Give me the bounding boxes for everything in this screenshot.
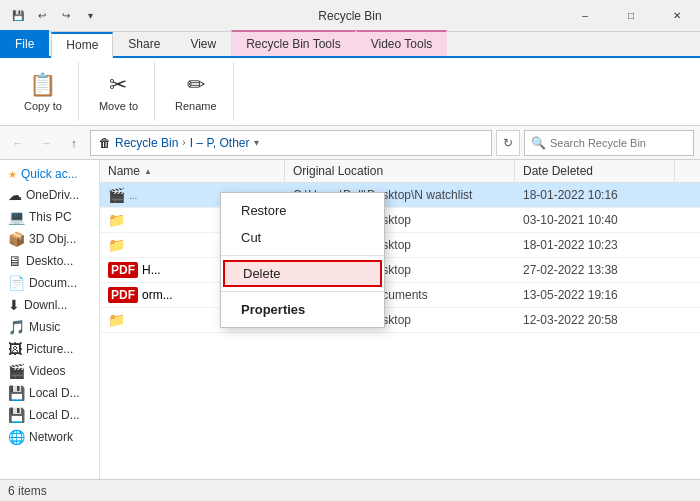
context-menu-cut[interactable]: Cut [221, 224, 384, 251]
table-row[interactable]: 📁 C:\Users\Dell\Desktop 03-10-2021 10:40 [100, 208, 700, 233]
back-button[interactable]: ← [6, 131, 30, 155]
sidebar-item-music[interactable]: 🎵 Music [0, 316, 99, 338]
minimize-button[interactable]: – [562, 0, 608, 32]
move-to-icon: ✂ [109, 72, 127, 98]
sidebar-item-thispc-label: This PC [29, 210, 72, 224]
menu-separator-2 [221, 291, 384, 292]
sidebar-item-3dobj[interactable]: 📦 3D Obj... [0, 228, 99, 250]
forward-button[interactable]: → [34, 131, 58, 155]
sidebar-item-music-label: Music [29, 320, 60, 334]
redo-qat-button[interactable]: ↪ [56, 6, 76, 26]
sort-arrow-icon: ▲ [144, 167, 152, 176]
file-date-deleted-cell: 03-10-2021 10:40 [515, 209, 675, 231]
table-row[interactable]: 📁 C:\Users\Dell\Desktop 18-01-2022 10:23 [100, 233, 700, 258]
file-list: Name ▲ Original Location Date Deleted 🎬 … [100, 160, 700, 479]
sidebar-item-videos[interactable]: 🎬 Videos [0, 360, 99, 382]
downloads-icon: ⬇ [8, 297, 20, 313]
close-button[interactable]: ✕ [654, 0, 700, 32]
star-icon: ★ [8, 169, 17, 180]
rename-icon: ✏ [187, 72, 205, 98]
column-header-original-location[interactable]: Original Location [285, 160, 515, 182]
properties-label: Properties [241, 302, 305, 317]
sidebar-item-videos-label: Videos [29, 364, 65, 378]
search-box[interactable]: 🔍 [524, 130, 694, 156]
file-date-deleted-cell: 12-03-2022 20:58 [515, 309, 675, 331]
file-icon-pdf: PDF [108, 262, 138, 278]
sidebar-item-network-label: Network [29, 430, 73, 444]
desktop-icon: 🖥 [8, 253, 22, 269]
sidebar-item-thispc[interactable]: 💻 This PC [0, 206, 99, 228]
sidebar-item-downloads[interactable]: ⬇ Downl... [0, 294, 99, 316]
ribbon-section-new: ✏ Rename [159, 62, 234, 121]
sidebar-item-3dobj-label: 3D Obj... [29, 232, 76, 246]
table-row[interactable]: PDF H... C:\Users\Dell\Desktop 27-02-202… [100, 258, 700, 283]
path-part-recycle-bin[interactable]: Recycle Bin [115, 136, 178, 150]
tab-video-tools[interactable]: Video Tools [356, 30, 448, 56]
quick-access-header[interactable]: ★ Quick ac... [0, 164, 99, 184]
sidebar-item-desktop[interactable]: 🖥 Deskto... [0, 250, 99, 272]
table-row[interactable]: 📁 C:\Users\Dell\Desktop 12-03-2022 20:58 [100, 308, 700, 333]
network-icon: 🌐 [8, 429, 25, 445]
refresh-button[interactable]: ↻ [496, 130, 520, 156]
videos-icon: 🎬 [8, 363, 25, 379]
context-menu-delete[interactable]: Delete [223, 260, 382, 287]
ribbon-tabs: File Home Share View Recycle Bin Tools V… [0, 32, 700, 58]
sidebar-item-network[interactable]: 🌐 Network [0, 426, 99, 448]
customize-qat-button[interactable]: ▾ [80, 6, 100, 26]
undo-qat-button[interactable]: ↩ [32, 6, 52, 26]
search-input[interactable] [550, 137, 687, 149]
rename-button[interactable]: ✏ Rename [167, 68, 225, 116]
sidebar-item-downloads-label: Downl... [24, 298, 67, 312]
sidebar-item-onedrive[interactable]: ☁ OneDriv... [0, 184, 99, 206]
sidebar-item-documents[interactable]: 📄 Docum... [0, 272, 99, 294]
file-icon-folder: 📁 [108, 212, 125, 228]
thispc-icon: 💻 [8, 209, 25, 225]
address-bar: ← → ↑ 🗑 Recycle Bin › I – P, Other ▾ ↻ 🔍 [0, 126, 700, 160]
column-header-name[interactable]: Name ▲ [100, 160, 285, 182]
sidebar-item-localdisk2[interactable]: 💾 Local D... [0, 404, 99, 426]
sidebar-item-pictures[interactable]: 🖼 Picture... [0, 338, 99, 360]
tab-home[interactable]: Home [51, 32, 113, 58]
status-item-count: 6 items [8, 484, 47, 498]
tab-view[interactable]: View [175, 30, 231, 56]
up-button[interactable]: ↑ [62, 131, 86, 155]
pictures-icon: 🖼 [8, 341, 22, 357]
recycle-bin-icon: 🗑 [99, 136, 111, 150]
file-list-header: Name ▲ Original Location Date Deleted [100, 160, 700, 183]
sidebar-item-localdisk1[interactable]: 💾 Local D... [0, 382, 99, 404]
sidebar-item-desktop-label: Deskto... [26, 254, 73, 268]
copy-to-icon: 📋 [29, 72, 56, 98]
context-menu: Restore Cut Delete Properties [220, 192, 385, 328]
menu-separator [221, 255, 384, 256]
tab-file[interactable]: File [0, 30, 49, 56]
table-row[interactable]: 🎬 ... C:\Users\Dell\Desktop\N watchlist … [100, 183, 700, 208]
sidebar: ★ Quick ac... ☁ OneDriv... 💻 This PC 📦 3… [0, 160, 100, 479]
address-path[interactable]: 🗑 Recycle Bin › I – P, Other ▾ [90, 130, 492, 156]
path-part-current[interactable]: I – P, Other [190, 136, 250, 150]
localdisk1-icon: 💾 [8, 385, 25, 401]
ribbon-toolbar: 📋 Copy to ✂ Move to ✏ Rename [0, 58, 700, 126]
cut-label: Cut [241, 230, 261, 245]
column-header-date-deleted[interactable]: Date Deleted [515, 160, 675, 182]
copy-to-button[interactable]: 📋 Copy to [16, 68, 70, 116]
tab-recycle-bin-tools[interactable]: Recycle Bin Tools [231, 30, 356, 56]
quick-access-label: Quick ac... [21, 167, 78, 181]
context-menu-properties[interactable]: Properties [221, 296, 384, 323]
move-to-button[interactable]: ✂ Move to [91, 68, 146, 116]
sidebar-item-localdisk1-label: Local D... [29, 386, 80, 400]
search-icon: 🔍 [531, 136, 546, 150]
maximize-button[interactable]: □ [608, 0, 654, 32]
tab-share[interactable]: Share [113, 30, 175, 56]
3dobj-icon: 📦 [8, 231, 25, 247]
context-menu-restore[interactable]: Restore [221, 197, 384, 224]
sidebar-item-localdisk2-label: Local D... [29, 408, 80, 422]
onedrive-icon: ☁ [8, 187, 22, 203]
window-title: Recycle Bin [318, 9, 381, 23]
table-row[interactable]: PDF orm... C:\Users\Dell\Documents 13-05… [100, 283, 700, 308]
localdisk2-icon: 💾 [8, 407, 25, 423]
sidebar-item-pictures-label: Picture... [26, 342, 73, 356]
path-dropdown-icon: ▾ [254, 137, 259, 148]
ribbon-section-clipboard: 📋 Copy to [8, 62, 79, 121]
save-qat-button[interactable]: 💾 [8, 6, 28, 26]
restore-label: Restore [241, 203, 287, 218]
